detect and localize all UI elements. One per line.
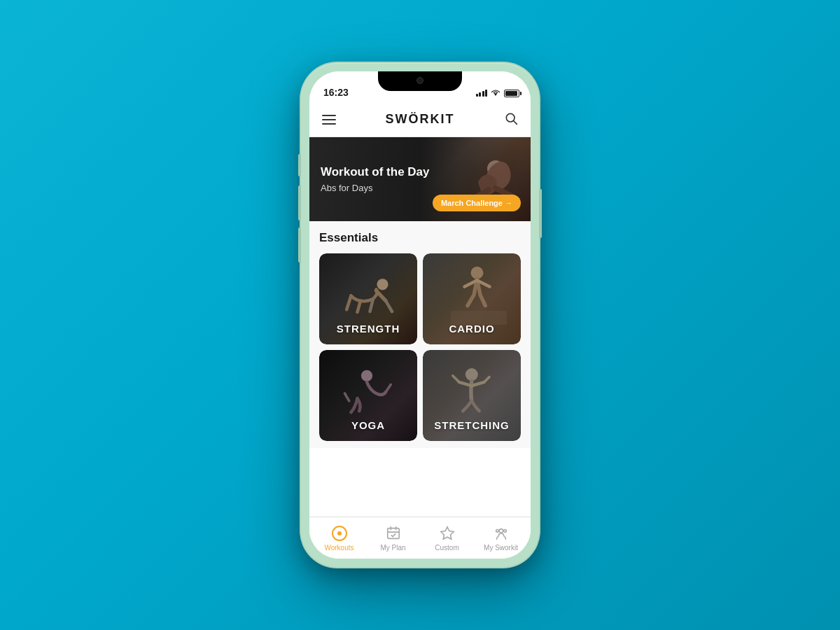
hero-text-area: Workout of the Day Abs for Days xyxy=(309,137,442,221)
hero-banner[interactable]: Workout of the Day Abs for Days March Ch… xyxy=(309,137,531,221)
nav-custom-label: Custom xyxy=(435,544,458,552)
svg-point-31 xyxy=(496,529,498,532)
strength-label: STRENGTH xyxy=(319,323,417,335)
essentials-section: Essentials xyxy=(309,221,531,448)
hamburger-line-2 xyxy=(322,119,336,120)
hamburger-line-1 xyxy=(322,115,336,116)
svg-point-12 xyxy=(471,267,484,279)
signal-bar-2 xyxy=(479,92,481,97)
workouts-icon xyxy=(331,525,348,542)
phone-device: 16:23 xyxy=(301,63,539,567)
svg-point-18 xyxy=(465,368,478,381)
svg-point-15 xyxy=(361,370,372,382)
nav-my-sworkit[interactable]: My Sworkit xyxy=(474,525,528,552)
cardio-card[interactable]: CARDIO xyxy=(423,253,521,344)
signal-bar-4 xyxy=(485,90,487,97)
volume-mute-button[interactable] xyxy=(298,154,301,176)
wifi-icon xyxy=(491,88,500,98)
essentials-title: Essentials xyxy=(319,231,521,245)
search-button[interactable] xyxy=(504,111,518,128)
hamburger-menu-button[interactable] xyxy=(322,115,336,125)
stretching-card[interactable]: STRETCHING xyxy=(423,350,521,441)
nav-workouts[interactable]: Workouts xyxy=(312,525,366,552)
hero-title: Workout of the Day xyxy=(321,165,431,179)
my-sworkit-icon xyxy=(493,525,510,542)
essentials-grid: STRENGTH xyxy=(319,253,521,441)
svg-rect-25 xyxy=(387,528,399,538)
my-plan-icon xyxy=(385,525,402,542)
app-title: SWÖRKIT xyxy=(386,112,455,127)
nav-workouts-label: Workouts xyxy=(324,544,354,552)
yoga-label: YOGA xyxy=(319,419,417,431)
cardio-label: CARDIO xyxy=(423,323,521,335)
hero-cta-label: March Challenge → xyxy=(441,199,512,207)
signal-icon xyxy=(476,90,488,97)
hamburger-line-3 xyxy=(322,123,336,125)
hero-subtitle: Abs for Days xyxy=(321,183,431,193)
phone-notch xyxy=(378,71,462,91)
svg-marker-29 xyxy=(440,526,453,538)
stretching-label: STRETCHING xyxy=(423,419,521,431)
app-content: SWÖRKIT xyxy=(309,102,531,559)
main-scroll-area[interactable]: Workout of the Day Abs for Days March Ch… xyxy=(309,137,531,517)
svg-point-30 xyxy=(499,528,503,533)
nav-my-plan-label: My Plan xyxy=(380,544,405,552)
stretching-person-figure xyxy=(426,365,514,421)
volume-up-button[interactable] xyxy=(298,186,301,220)
status-icons xyxy=(476,88,520,98)
yoga-card[interactable]: YOGA xyxy=(319,350,417,441)
volume-down-button[interactable] xyxy=(298,227,301,262)
svg-line-8 xyxy=(386,301,392,312)
battery-icon xyxy=(504,90,519,97)
svg-line-11 xyxy=(358,301,361,312)
svg-line-21 xyxy=(472,382,484,386)
signal-bar-3 xyxy=(482,91,484,97)
signal-bar-1 xyxy=(476,94,478,97)
yoga-person-figure xyxy=(323,365,411,421)
svg-line-22 xyxy=(484,377,489,382)
svg-point-24 xyxy=(337,531,342,536)
svg-line-1 xyxy=(514,120,517,124)
nav-my-plan[interactable]: My Plan xyxy=(366,525,420,552)
phone-screen: 16:23 xyxy=(309,71,531,559)
custom-icon xyxy=(439,525,456,542)
svg-point-32 xyxy=(503,529,506,532)
strength-card[interactable]: STRENGTH xyxy=(319,253,417,344)
front-camera xyxy=(416,77,424,84)
app-header: SWÖRKIT xyxy=(309,102,531,137)
svg-point-6 xyxy=(377,279,388,290)
svg-line-20 xyxy=(453,376,459,382)
bottom-nav: Workouts My P xyxy=(309,517,531,559)
nav-my-sworkit-label: My Sworkit xyxy=(484,544,518,552)
phone-shell: 16:23 xyxy=(301,63,539,567)
power-button[interactable] xyxy=(539,189,542,238)
battery-fill xyxy=(505,91,517,96)
strength-person-figure xyxy=(323,274,411,323)
nav-custom[interactable]: Custom xyxy=(420,525,474,552)
svg-line-17 xyxy=(386,384,391,392)
cardio-person-figure xyxy=(430,264,518,316)
svg-line-7 xyxy=(377,290,386,300)
svg-line-16 xyxy=(345,393,349,401)
svg-line-10 xyxy=(346,296,351,310)
hero-cta-button[interactable]: March Challenge → xyxy=(433,195,521,211)
